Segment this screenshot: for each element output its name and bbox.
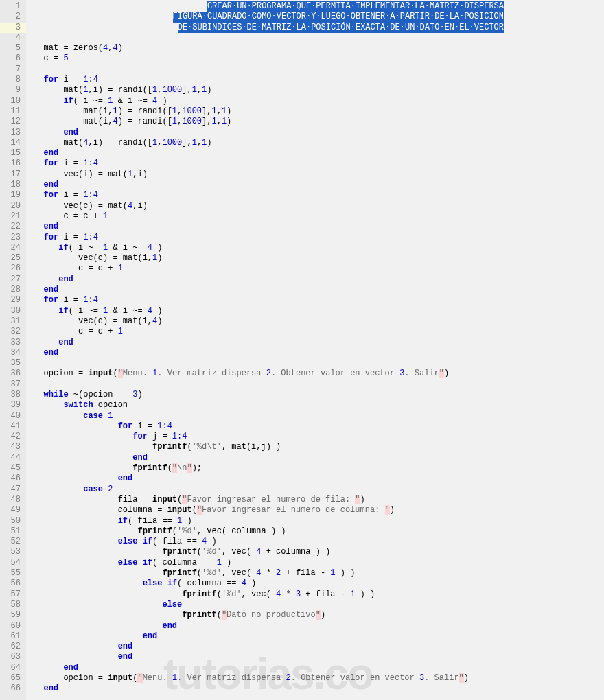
code-line: CREAR·UN·PROGRAMA·QUE·PERMITA·IMPLEMENTA… <box>29 1 604 12</box>
line-number: 18 <box>0 180 26 190</box>
code-line: vec(c) = mat(i,4) <box>29 316 604 327</box>
line-number: 57 <box>0 590 26 600</box>
code-line: case 2 <box>29 485 604 495</box>
code-line: switch opcion <box>29 400 604 410</box>
code-editor[interactable]: 1234567891011121314151617181920212223242… <box>0 0 604 700</box>
line-number: 28 <box>0 285 26 295</box>
line-number: 34 <box>0 348 26 358</box>
line-number: 54 <box>0 558 26 568</box>
code-line: fprintf('%d', vec( 4 + columna ) ) <box>29 547 604 557</box>
code-line: for i = 1:4 <box>29 421 604 432</box>
code-line: end <box>29 663 604 673</box>
code-line: vec(c) = mat(4,i) <box>29 201 604 211</box>
code-line: fprintf("\n"); <box>29 463 604 474</box>
line-number: 45 <box>0 463 26 474</box>
line-number: 26 <box>0 264 26 274</box>
code-line: columna = input("Favor ingresar el numer… <box>29 505 604 515</box>
selected-text: DE·SUBINDICES·DE·MATRIZ·LA·POSICIÓN·EXAC… <box>178 23 504 33</box>
code-line: if( i ~= 1 & i ~= 4 ) <box>29 96 604 106</box>
line-number: 59 <box>0 610 26 620</box>
code-line: fprintf("Dato no productivo") <box>29 610 604 620</box>
line-number: 52 <box>0 537 26 547</box>
line-number: 15 <box>0 148 26 159</box>
line-number: 62 <box>0 642 26 652</box>
line-number: 2 <box>0 12 26 22</box>
code-line: else if( columna == 4 ) <box>29 579 604 589</box>
line-number: 9 <box>0 85 26 95</box>
code-line: else <box>29 600 604 610</box>
code-line: end <box>29 631 604 642</box>
line-number: 17 <box>0 170 26 180</box>
line-number: 50 <box>0 516 26 526</box>
code-line: end <box>29 348 604 358</box>
line-number: 3 <box>0 23 26 33</box>
code-area[interactable]: tutorias.co CREAR·UN·PROGRAMA·QUE·PERMIT… <box>26 0 604 700</box>
code-line: end <box>29 180 604 190</box>
line-number: 30 <box>0 306 26 316</box>
line-number: 40 <box>0 411 26 421</box>
code-line: else if( fila == 4 ) <box>29 537 604 547</box>
line-number: 46 <box>0 474 26 484</box>
line-number: 41 <box>0 421 26 432</box>
line-number: 20 <box>0 201 26 211</box>
code-line: FIGURA·CUADRADO·COMO·VECTOR·Y·LUEGO·OBTE… <box>29 12 604 22</box>
line-number: 16 <box>0 159 26 169</box>
code-line: c = c + 1 <box>29 327 604 337</box>
code-line: for j = 1:4 <box>29 432 604 442</box>
code-line: fprintf('%d\t', mat(i,j) ) <box>29 442 604 452</box>
line-number: 19 <box>0 190 26 200</box>
code-line: end <box>29 453 604 463</box>
line-number: 48 <box>0 495 26 505</box>
line-number: 7 <box>0 65 26 75</box>
code-line: end <box>29 684 604 694</box>
code-line <box>29 65 604 75</box>
code-line: case 1 <box>29 411 604 421</box>
code-line: end <box>29 621 604 631</box>
line-number: 56 <box>0 579 26 589</box>
code-line: mat(4,i) = randi([1,1000],1,1) <box>29 138 604 148</box>
code-line: while ~(opcion == 3) <box>29 390 604 400</box>
code-line: end <box>29 285 604 295</box>
line-number: 58 <box>0 600 26 610</box>
code-line: c = 5 <box>29 54 604 64</box>
code-line <box>29 380 604 390</box>
line-number: 65 <box>0 673 26 684</box>
line-number: 39 <box>0 400 26 410</box>
line-number: 5 <box>0 43 26 54</box>
line-number: 21 <box>0 211 26 222</box>
line-number: 60 <box>0 621 26 631</box>
code-line: end <box>29 338 604 348</box>
line-number: 32 <box>0 327 26 337</box>
line-number: 14 <box>0 138 26 148</box>
code-line: mat(1,i) = randi([1,1000],1,1) <box>29 85 604 95</box>
code-line: opcion = input("Menu. 1. Ver matriz disp… <box>29 673 604 684</box>
line-number: 1 <box>0 1 26 12</box>
code-line: vec(c) = mat(i,1) <box>29 253 604 264</box>
line-number: 44 <box>0 453 26 463</box>
line-number: 22 <box>0 222 26 232</box>
code-line: for i = 1:4 <box>29 295 604 305</box>
line-number: 8 <box>0 75 26 85</box>
code-line: else if( columna == 1 ) <box>29 558 604 568</box>
selected-text: CREAR·UN·PROGRAMA·QUE·PERMITA·IMPLEMENTA… <box>207 1 504 12</box>
line-number: 11 <box>0 106 26 117</box>
line-number: 55 <box>0 568 26 579</box>
code-line: DE·SUBINDICES·DE·MATRIZ·LA·POSICIÓN·EXAC… <box>29 23 604 33</box>
line-number: 37 <box>0 380 26 390</box>
line-number: 12 <box>0 117 26 127</box>
code-line: vec(i) = mat(1,i) <box>29 170 604 180</box>
code-line: if( fila == 1 ) <box>29 516 604 526</box>
line-number: 33 <box>0 338 26 348</box>
code-line: fila = input("Favor ingresar el numero d… <box>29 495 604 505</box>
line-number: 10 <box>0 96 26 106</box>
line-number-gutter: 1234567891011121314151617181920212223242… <box>0 0 26 700</box>
code-line: end <box>29 275 604 285</box>
code-line: opcion = input("Menu. 1. Ver matriz disp… <box>29 369 604 379</box>
line-number: 51 <box>0 526 26 537</box>
line-number: 61 <box>0 631 26 642</box>
code-line: end <box>29 652 604 662</box>
line-number: 27 <box>0 275 26 285</box>
line-number: 42 <box>0 432 26 442</box>
code-line: end <box>29 474 604 484</box>
line-number: 24 <box>0 243 26 253</box>
